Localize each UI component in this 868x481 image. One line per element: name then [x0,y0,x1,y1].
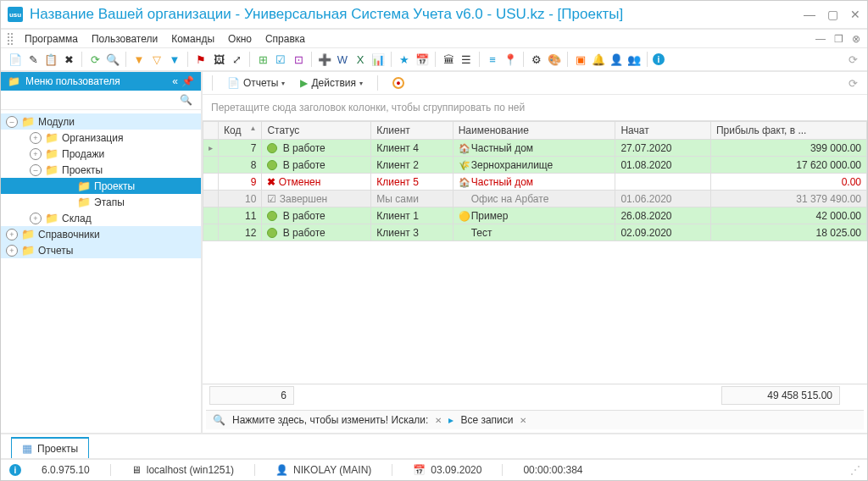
user-icon[interactable]: 👤 [609,52,624,67]
column-header[interactable]: Начат [615,122,710,140]
building-icon[interactable]: 🏛 [441,52,456,67]
refresh-icon[interactable]: ⟳ [87,52,103,67]
user-icon: 👤 [275,464,288,476]
tree-item-Склад[interactable]: +📁Склад [1,210,201,226]
grid-search-bar: 🔍 Нажмите здесь, чтобы изменить! Искали:… [206,410,864,429]
actions-button[interactable]: ▶ Действия ▾ [297,75,366,91]
tool3-icon[interactable]: ⊡ [291,52,306,67]
close-icon[interactable]: ✕ [850,8,860,21]
tree-item-Проекты[interactable]: –📁Проекты [1,162,201,178]
folder-icon: 📁 [21,228,35,240]
bell-icon[interactable]: 🔔 [591,52,606,67]
search-icon[interactable]: 🔍 [180,94,198,106]
tree-item-Организация[interactable]: +📁Организация [1,130,201,146]
mdi-restore-icon[interactable]: ❐ [834,33,843,45]
info-icon[interactable]: i [9,464,21,476]
search-icon: 🔍 [213,414,225,426]
tool2-icon[interactable]: ☑ [273,52,288,67]
filter-icon[interactable]: ▼ [131,52,147,67]
filter3-icon[interactable]: ▼ [167,52,182,67]
add-icon[interactable]: ➕ [317,52,332,67]
help2-icon[interactable]: ⟳ [845,75,860,91]
filter2-icon[interactable]: ▽ [149,52,164,67]
excel-icon[interactable]: X [353,52,368,67]
chevron-right-icon: ▸ [448,414,453,426]
folder-icon: 📁 [45,212,58,224]
data-grid[interactable]: Код▲СтатусКлиентНаименованиеНачатПрибыль… [203,121,867,384]
search-hint[interactable]: Нажмите здесь, чтобы изменить! Искали: [232,414,428,426]
stop-button[interactable]: ● [389,75,408,91]
tree-item-Этапы[interactable]: 📁Этапы [1,194,201,210]
tree-item-Продажи[interactable]: +📁Продажи [1,146,201,162]
column-header[interactable]: Клиент [371,122,453,140]
group-panel[interactable]: Перетащите сюда заголовок колонки, чтобы… [203,95,867,121]
column-header[interactable]: Статус [262,122,371,140]
rss-icon[interactable]: ▣ [573,52,588,67]
info-icon[interactable]: i [653,53,665,65]
column-header[interactable]: Код▲ [219,122,262,140]
gear-icon[interactable]: ⚙ [529,52,544,67]
table-row[interactable]: 11 В работеКлиент 1🟡Пример26.08.202042 0… [203,207,867,224]
menu-Пользователи[interactable]: Пользователи [85,31,164,47]
host-label: 🖥 localhost (win1251) [131,464,234,476]
user-label: 👤 NIKOLAY (MAIN) [275,464,371,476]
expand-icon[interactable]: ⤢ [229,52,244,67]
table-row[interactable]: 12 В работеКлиент 3Тест02.09.202018 025.… [203,224,867,241]
column-header[interactable]: Прибыль факт, в ... [710,122,866,140]
window-controls: — ▢ ✕ [804,8,860,21]
delete-icon[interactable]: ✖ [61,52,76,67]
layers-icon[interactable]: ☰ [459,52,474,67]
filter-label[interactable]: Все записи [460,414,513,426]
edit-icon[interactable]: ✎ [25,52,41,67]
tree-item-Отчеты[interactable]: +📁Отчеты [1,242,201,258]
resize-grip[interactable]: ⋰ [850,464,859,476]
sidebar: 📁 Меню пользователя « 📌 🔍 –📁Модули+📁Орга… [1,72,203,433]
main-toolbar: 📄 ✎ 📋 ✖ ⟳ 🔍 ▼ ▽ ▼ ⚑ 🖼 ⤢ ⊞ ☑ ⊡ ➕ W X 📊 ★ … [1,48,867,72]
table-row[interactable]: 8 В работеКлиент 2🌾Зернохранилище01.08.2… [203,157,867,174]
menu-Окно[interactable]: Окно [221,31,259,47]
tree-item-Проекты[interactable]: 📁Проекты [1,178,201,194]
folder-icon: 📁 [77,180,91,192]
picture-icon[interactable]: 🖼 [211,52,226,67]
pin-sidebar-icon[interactable]: 📌 [181,75,194,87]
users-icon[interactable]: 👥 [626,52,642,67]
mdi-close-icon[interactable]: ⊗ [852,33,860,45]
table-row[interactable]: 10☑ ЗавершенМы самиОфис на Арбате01.06.2… [203,191,867,207]
reports-button[interactable]: 📄 Отчеты ▾ [224,75,288,91]
star-icon[interactable]: ★ [397,52,412,67]
new-icon[interactable]: 📄 [8,52,23,67]
tree-item-Справочники[interactable]: +📁Справочники [1,226,201,242]
summary-total: 49 458 515.00 [721,386,840,405]
clear-search-icon[interactable]: ✕ [435,416,442,425]
clear-filter-icon[interactable]: ✕ [520,416,526,425]
pin-icon[interactable]: 📍 [503,52,518,67]
folder-icon: 📁 [21,244,35,257]
content-area: 📄 Отчеты ▾ ▶ Действия ▾ ● ⟳ Перетащите с… [203,72,867,433]
chart-icon[interactable]: 📊 [370,52,386,67]
folder-icon: 📁 [45,147,58,160]
table-row[interactable]: ▸7 В работеКлиент 4🏠Частный дом27.07.202… [203,140,867,157]
tree-item-Модули[interactable]: –📁Модули [1,113,201,130]
column-header[interactable]: Наименование [453,122,615,140]
search-icon[interactable]: 🔍 [105,52,120,67]
copy-icon[interactable]: 📋 [43,52,58,67]
menu-Программа[interactable]: Программа [18,31,85,47]
help-icon[interactable]: ⟳ [845,52,860,67]
menu-Справка[interactable]: Справка [259,31,312,47]
minimize-icon[interactable]: — [804,8,815,21]
statusbar: i 6.0.975.10 🖥 localhost (win1251) 👤 NIK… [1,458,867,480]
menu-Команды[interactable]: Команды [164,31,221,47]
word-icon[interactable]: W [335,52,350,67]
cal-icon[interactable]: 📅 [415,52,430,67]
mdi-minimize-icon[interactable]: — [815,33,826,45]
list-icon[interactable]: ≡ [485,52,500,67]
flag-red-icon[interactable]: ⚑ [193,52,209,67]
tool1-icon[interactable]: ⊞ [255,52,270,67]
table-row[interactable]: 9✖ ОтмененКлиент 5🏠Частный дом0.00 [203,174,867,191]
report-icon: 📄 [227,77,240,89]
palette-icon[interactable]: 🎨 [547,52,562,67]
server-icon: 🖥 [131,464,142,476]
collapse-icon[interactable]: « [172,75,178,87]
maximize-icon[interactable]: ▢ [827,8,838,21]
tab-projects[interactable]: ▦ Проекты [11,437,89,458]
